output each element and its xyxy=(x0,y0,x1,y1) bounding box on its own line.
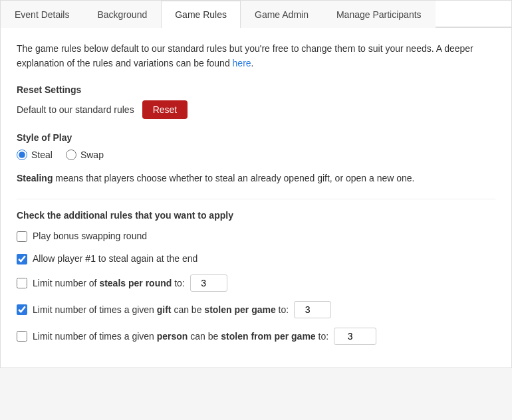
label-gift-stolen[interactable]: Limit number of times a given gift can b… xyxy=(33,304,289,317)
intro-paragraph: The game rules below default to our stan… xyxy=(17,41,495,71)
steals-per-round-input[interactable] xyxy=(190,274,227,292)
tab-game-admin[interactable]: Game Admin xyxy=(241,1,322,28)
style-of-play-label: Style of Play xyxy=(17,132,495,143)
tab-game-rules[interactable]: Game Rules xyxy=(161,1,241,28)
rule-person-stolen-per-game: Limit number of times a given person can… xyxy=(17,328,495,345)
radio-swap-label: Swap xyxy=(80,150,104,160)
gift-stolen-input[interactable] xyxy=(294,301,331,318)
radio-swap-input[interactable] xyxy=(66,150,76,160)
stealing-description: Stealing means that players choose wheth… xyxy=(17,171,495,185)
checkbox-person-stolen[interactable] xyxy=(17,331,27,342)
rule-bonus-swap: Play bonus swapping round xyxy=(17,230,495,243)
here-link[interactable]: here xyxy=(233,58,251,68)
rule-steals-per-round: Limit number of steals per round to: xyxy=(17,274,495,292)
label-steals-per-round[interactable]: Limit number of steals per round to: xyxy=(33,277,185,290)
rule-player-steal-end: Allow player #1 to steal again at the en… xyxy=(17,253,495,266)
tab-background[interactable]: Background xyxy=(83,1,161,28)
rule-gift-stolen-per-game: Limit number of times a given gift can b… xyxy=(17,301,495,318)
radio-swap[interactable]: Swap xyxy=(66,150,104,160)
tab-manage-participants[interactable]: Manage Participants xyxy=(322,1,436,28)
label-person-stolen[interactable]: Limit number of times a given person can… xyxy=(33,330,328,344)
checkbox-gift-stolen[interactable] xyxy=(17,304,27,315)
person-stolen-input[interactable] xyxy=(334,328,376,345)
tab-bar: Event Details Background Game Rules Game… xyxy=(1,1,511,28)
reset-button[interactable]: Reset xyxy=(142,100,188,119)
additional-rules-title: Check the additional rules that you want… xyxy=(17,210,495,221)
reset-settings-title: Reset Settings xyxy=(17,84,495,95)
reset-default-label: Default to our standard rules xyxy=(17,104,134,115)
label-bonus-swap[interactable]: Play bonus swapping round xyxy=(33,230,147,243)
page-container: Event Details Background Game Rules Game… xyxy=(0,0,512,368)
checkbox-steals-per-round[interactable] xyxy=(17,278,27,288)
reset-row: Default to our standard rules Reset xyxy=(17,100,495,119)
main-content: The game rules below default to our stan… xyxy=(1,28,511,368)
section-divider xyxy=(17,199,495,199)
radio-steal-input[interactable] xyxy=(17,150,27,160)
radio-steal[interactable]: Steal xyxy=(17,150,53,160)
checkbox-player-steal-end[interactable] xyxy=(17,254,27,264)
style-of-play-section: Style of Play Steal Swap Stealing means … xyxy=(17,132,495,185)
label-player-steal-end[interactable]: Allow player #1 to steal again at the en… xyxy=(33,253,197,266)
checkbox-bonus-swap[interactable] xyxy=(17,231,27,242)
radio-group-style: Steal Swap xyxy=(17,150,495,160)
radio-steal-label: Steal xyxy=(31,150,53,160)
tab-event-details[interactable]: Event Details xyxy=(1,1,83,28)
